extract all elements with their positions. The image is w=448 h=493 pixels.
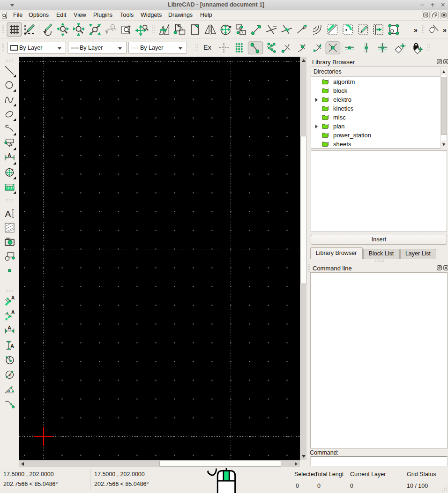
svg-text:A: A [11, 295, 15, 300]
svg-text:A: A [5, 209, 11, 219]
svg-text:A: A [8, 325, 11, 330]
svg-text:a: a [7, 388, 10, 393]
svg-text:»: » [443, 26, 447, 34]
svg-text:d: d [9, 373, 12, 377]
svg-text:A: A [8, 153, 11, 158]
svg-text:A: A [11, 344, 14, 349]
svg-text:»: » [414, 26, 418, 34]
svg-text:r: r [9, 356, 10, 360]
svg-text:A: A [11, 310, 15, 315]
